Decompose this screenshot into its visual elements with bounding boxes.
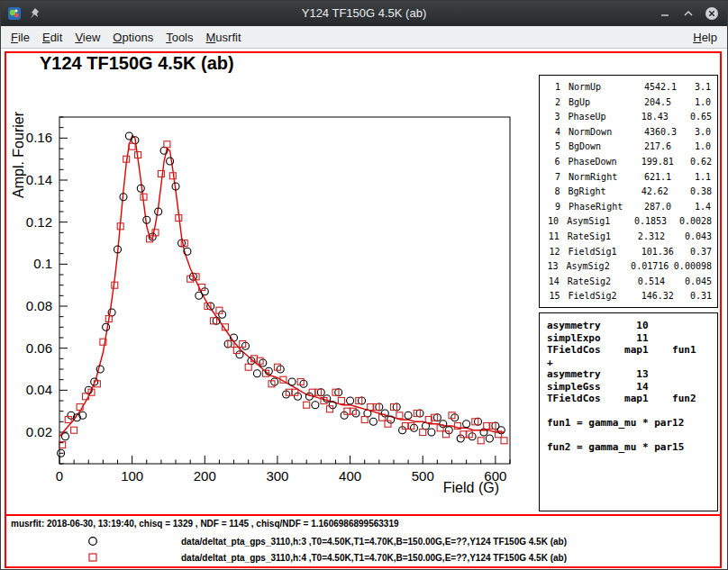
param-row: 4NormDown4360.33.0 [545, 125, 712, 140]
close-button[interactable] [705, 6, 719, 21]
legend-entry: data/deltat_pta_gps_3110,h:3 ,T0=4.50K,T… [1, 533, 727, 549]
maximize-button[interactable] [681, 6, 696, 21]
svg-text:0.12: 0.12 [26, 214, 52, 230]
param-row: 1NormUp4542.13.1 [545, 80, 712, 95]
svg-text:500: 500 [412, 468, 434, 484]
menu-item-view[interactable]: View [68, 28, 106, 47]
svg-text:0.08: 0.08 [26, 298, 52, 313]
fit-line [59, 136, 505, 437]
window-title: Y124 TF150G 4.5K (ab) [1, 1, 727, 26]
legend: data/deltat_pta_gps_3110,h:3 ,T0=4.50K,T… [1, 533, 727, 565]
param-row: 3PhaseUp18.430.65 [545, 110, 712, 125]
param-row: 7NormRight621.11.1 [545, 170, 712, 185]
menu-item-file[interactable]: File [5, 28, 36, 47]
theory-line: fun2 = gamma_mu * par15 [547, 441, 710, 454]
legend-label: data/deltat_pta_gps_3110,h:4 ,T0=4.50K,T… [181, 553, 567, 563]
svg-text:0.16: 0.16 [26, 130, 52, 145]
y-axis-title: Ampl. Fourier [11, 111, 26, 198]
param-row: 9PhaseRight287.01.4 [545, 200, 712, 215]
data-points-squares [59, 141, 507, 448]
param-row: 6PhaseDown199.810.62 [545, 155, 712, 170]
svg-text:100: 100 [121, 468, 143, 484]
legend-entry: data/deltat_pta_gps_3110,h:4 ,T0=4.50K,T… [1, 549, 727, 565]
theory-line [547, 405, 710, 418]
app-window: Y124 TF150G 4.5K (ab) File Edit View Opt… [0, 0, 728, 570]
theory-line: + [547, 357, 710, 369]
svg-text:0: 0 [56, 468, 63, 484]
param-row: 13AsymSig20.017160.00098 [545, 259, 712, 275]
theory-line: simpleGss 14 [547, 381, 710, 394]
legend-square-marker [87, 552, 98, 563]
svg-text:0.04: 0.04 [26, 382, 52, 397]
theory-line: asymmetry 13 [547, 368, 710, 381]
app-icon [7, 6, 22, 21]
theory-line: simplExpo 11 [547, 332, 710, 345]
fourier-plot[interactable]: 01002003004005006000.020.040.060.080.10.… [8, 54, 535, 511]
parameter-box: 1NormUp4542.13.12BgUp204.51.03PhaseUp18.… [539, 75, 718, 308]
param-row: 8BgRight42.620.38 [545, 185, 712, 200]
menu-item-musrfit[interactable]: Musrfit [200, 28, 248, 47]
svg-text:0.06: 0.06 [26, 340, 52, 356]
theory-line: TFieldCos map1 fun1 [547, 344, 710, 357]
svg-text:400: 400 [339, 468, 361, 484]
legend-circle-marker [87, 536, 98, 547]
plot-title: Y124 TF150G 4.5K (ab) [40, 54, 234, 73]
menu-item-edit[interactable]: Edit [36, 28, 68, 47]
param-row: 2BgUp204.51.0 [545, 95, 712, 111]
theory-box: asymmetry 10simplExpo 11TFieldCos map1 f… [539, 312, 718, 511]
x-axis-title: Field (G) [443, 480, 499, 495]
param-row: 5BgDown217.61.0 [545, 140, 712, 155]
menu-item-help[interactable]: Help [687, 28, 723, 47]
svg-text:0.02: 0.02 [26, 424, 52, 439]
theory-line [547, 430, 710, 442]
svg-text:0.14: 0.14 [26, 172, 52, 187]
legend-label: data/deltat_pta_gps_3110,h:3 ,T0=4.50K,T… [181, 537, 567, 547]
param-row: 10AsymSig10.18530.0028 [545, 214, 712, 230]
svg-text:0.1: 0.1 [33, 256, 52, 271]
fit-info: musrfit: 2018-06-30, 13:19:40, chisq = 1… [11, 519, 399, 529]
root-canvas[interactable]: 01002003004005006000.020.040.060.080.10.… [1, 50, 727, 569]
titlebar[interactable]: Y124 TF150G 4.5K (ab) [1, 1, 727, 26]
minimize-button[interactable] [658, 6, 672, 21]
theory-line: TFieldCos map1 fun2 [547, 393, 710, 405]
svg-text:300: 300 [266, 468, 288, 484]
plot-frame [59, 117, 510, 464]
param-row: 15FieldSig2146.320.31 [545, 289, 712, 304]
param-row: 14RateSig20.5140.045 [545, 275, 712, 290]
param-row: 11RateSig12.3120.043 [545, 230, 712, 245]
pin-icon[interactable] [28, 6, 42, 21]
menubar: File Edit View Options Tools Musrfit Hel… [1, 26, 727, 49]
theory-line: fun1 = gamma_mu * par12 [547, 417, 710, 430]
svg-text:200: 200 [194, 468, 216, 484]
param-row: 12FieldSig1101.360.37 [545, 245, 712, 260]
theory-line: asymmetry 10 [547, 320, 710, 332]
legend-pad-border [5, 514, 722, 516]
menu-item-tools[interactable]: Tools [159, 28, 199, 47]
menu-item-options[interactable]: Options [106, 28, 159, 47]
